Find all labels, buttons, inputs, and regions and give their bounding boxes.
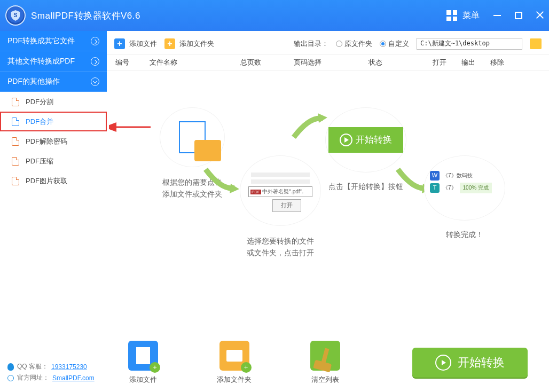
app-title: SmallPDF转换器软件V6.6	[31, 10, 140, 22]
button-label: 开始转换	[458, 355, 505, 371]
doc-icon	[12, 117, 19, 126]
maximize-button[interactable]	[515, 12, 522, 19]
col-id: 编号	[112, 58, 150, 67]
chevron-right-icon	[91, 57, 99, 66]
minimize-button[interactable]	[493, 12, 501, 19]
sidebar-item-pdf-split[interactable]: PDF分割	[0, 92, 107, 112]
action-label: 清空列表	[310, 375, 340, 385]
sidebar: PDF转换成其它文件 其他文件转换成PDF PDF的其他操作 PDF分割 PDF…	[0, 31, 107, 392]
site-link[interactable]: SmallPDF.com	[52, 374, 95, 382]
button-label: 添加文件	[129, 39, 157, 49]
plus-icon: +	[114, 38, 125, 49]
toolbar: + 添加文件 + 添加文件夹 输出目录： 原文件夹 自定义	[107, 33, 549, 54]
start-illustration: 开始转换	[326, 108, 406, 172]
sidebar-item-pdf-compress[interactable]: PDF压缩	[0, 151, 107, 171]
col-remove: 移除	[490, 58, 519, 67]
sidebar-item-label: PDF合并	[26, 117, 53, 127]
action-add-folder[interactable]: 添加文件夹	[217, 341, 252, 385]
sidebar-cat-pdf-to-other[interactable]: PDF转换成其它文件	[0, 31, 107, 51]
chevron-right-icon	[91, 37, 99, 45]
action-label: 添加文件夹	[217, 375, 252, 385]
button-label: 添加文件夹	[179, 39, 214, 49]
doc-icon	[12, 98, 19, 106]
col-name: 文件名称	[150, 58, 240, 67]
start-convert-button[interactable]: 开始转换	[412, 348, 528, 378]
sidebar-item-pdf-merge[interactable]: PDF合并	[0, 112, 107, 131]
radio-custom[interactable]: 自定义	[380, 39, 409, 49]
sidebar-item-label: PDF解除密码	[26, 137, 67, 146]
col-range: 页码选择	[294, 58, 368, 67]
globe-icon	[7, 375, 14, 381]
site-label: 官方网址：	[17, 373, 49, 382]
add-file-button[interactable]: + 添加文件	[114, 38, 157, 49]
action-label: 添加文件	[128, 375, 158, 385]
close-button[interactable]	[536, 12, 544, 19]
col-pages: 总页数	[240, 58, 294, 67]
browse-folder-button[interactable]	[530, 38, 542, 49]
sidebar-cat-label: PDF的其他操作	[7, 77, 60, 87]
svg-text:S: S	[14, 12, 18, 18]
sidebar-item-label: PDF分割	[26, 97, 53, 107]
col-status: 状态	[368, 58, 433, 67]
qq-icon	[7, 363, 14, 371]
doc-icon	[12, 157, 19, 166]
add-folder-button[interactable]: + 添加文件夹	[164, 38, 214, 49]
qq-link[interactable]: 1933175230	[51, 363, 87, 371]
action-clear-list[interactable]: 清空列表	[310, 341, 340, 385]
bottom-actions: 添加文件 添加文件夹 清空列表 开始转换	[107, 339, 549, 392]
file-icon	[128, 341, 158, 371]
play-icon	[340, 134, 352, 146]
sidebar-cat-label: PDF转换成其它文件	[7, 36, 75, 46]
sidebar-item-label: PDF压缩	[26, 156, 53, 166]
main-content: + 添加文件 + 添加文件夹 输出目录： 原文件夹 自定义 编号 文件名称 总页…	[107, 31, 549, 392]
qq-label: QQ 客服：	[17, 362, 48, 371]
done-illustration: W《7》数码技 T《7》100% 完成	[425, 156, 505, 220]
word-icon: W	[430, 171, 440, 181]
col-open: 打开	[433, 58, 461, 67]
output-path-input[interactable]	[417, 38, 522, 50]
sidebar-item-label: PDF图片获取	[26, 176, 67, 186]
doc-icon	[12, 177, 19, 185]
table-header: 编号 文件名称 总页数 页码选择 状态 打开 输出 移除	[107, 54, 549, 70]
sidebar-cat-pdf-ops[interactable]: PDF的其他操作	[0, 72, 107, 92]
title-bar: S SmallPDF转换器软件V6.6 菜单	[0, 0, 549, 31]
menu-label: 菜单	[462, 10, 480, 21]
grid-icon	[446, 10, 457, 21]
guide-step-4: W《7》数码技 T《7》100% 完成 转换完成！	[411, 156, 518, 240]
sidebar-item-pdf-unlock[interactable]: PDF解除密码	[0, 131, 107, 151]
output-label: 输出目录：	[294, 39, 328, 49]
sidebar-item-pdf-extract-images[interactable]: PDF图片获取	[0, 171, 107, 191]
folder-icon	[219, 341, 249, 371]
action-add-file[interactable]: 添加文件	[128, 341, 158, 385]
radio-original-folder[interactable]: 原文件夹	[336, 39, 372, 49]
file-dialog-illustration: PDF中外著名疑*.pdf*. 打开	[240, 156, 320, 225]
sidebar-footer: QQ 客服： 1933175230 官方网址： SmallPDF.com	[0, 355, 107, 392]
add-file-illustration	[160, 108, 224, 167]
sidebar-cat-label: 其他文件转换成PDF	[7, 57, 75, 66]
broom-icon	[310, 341, 340, 371]
plus-icon: +	[164, 38, 175, 49]
menu-button[interactable]: 菜单	[446, 10, 480, 21]
doc-icon	[12, 137, 19, 146]
txt-icon: T	[430, 183, 440, 193]
sidebar-cat-other-to-pdf[interactable]: 其他文件转换成PDF	[0, 51, 107, 72]
app-logo: S	[5, 5, 26, 26]
guide-area: 根据您的需要点击 添加文件或文件夹 PDF中外著名疑*.pdf*. 打开 选择您…	[107, 70, 549, 339]
play-icon	[435, 355, 451, 371]
col-output: 输出	[461, 58, 490, 67]
chevron-down-icon	[91, 77, 99, 86]
